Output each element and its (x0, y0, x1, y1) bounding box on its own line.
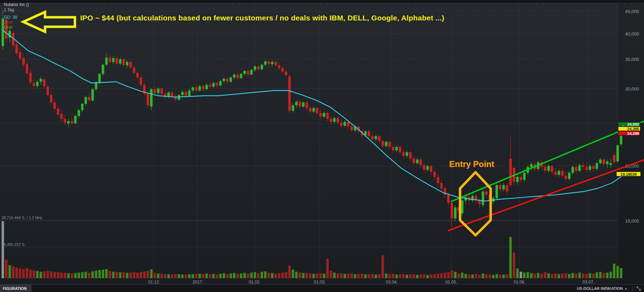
configuration-tab[interactable]: FIGURATION (0, 285, 31, 292)
entry-hexagon (460, 172, 491, 235)
price-chart[interactable] (0, 0, 644, 284)
currency-label: US-DOLLAR INDIKATION (577, 286, 623, 291)
ipo-arrow-icon (23, 12, 75, 32)
resize-diagonal-icon[interactable] (636, 286, 641, 291)
status-bar: FIGURATION US-DOLLAR INDIKATION ▲ (0, 284, 644, 292)
currency-indication[interactable]: US-DOLLAR INDIKATION ▲ (577, 285, 644, 292)
chart-stage: 45,00040,00035,00030,00025,00020,00015,0… (0, 0, 644, 292)
statusbar-divider (632, 286, 633, 291)
sort-arrow-icon: ▲ (624, 287, 627, 290)
